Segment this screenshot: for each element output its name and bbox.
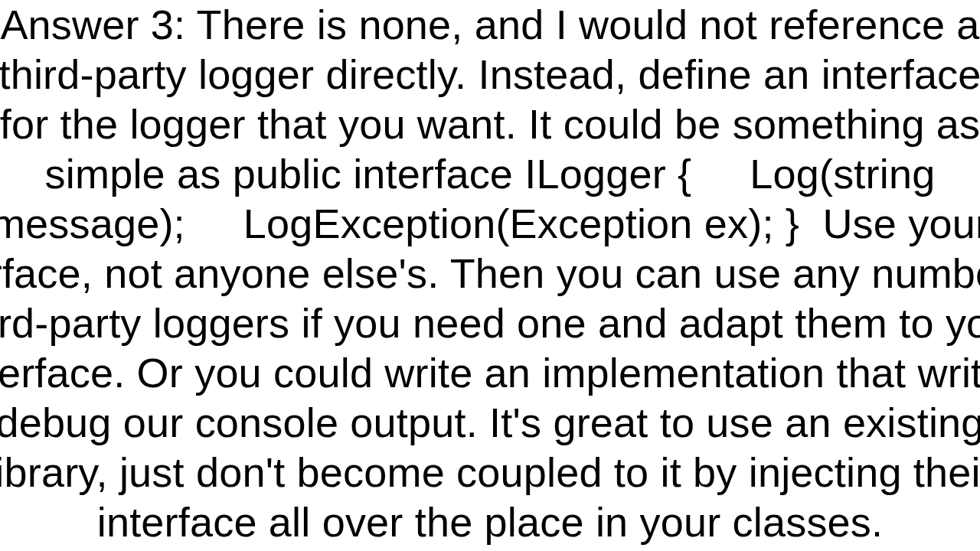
- answer-text-block: Answer 3: There is none, and I would not…: [0, 0, 980, 551]
